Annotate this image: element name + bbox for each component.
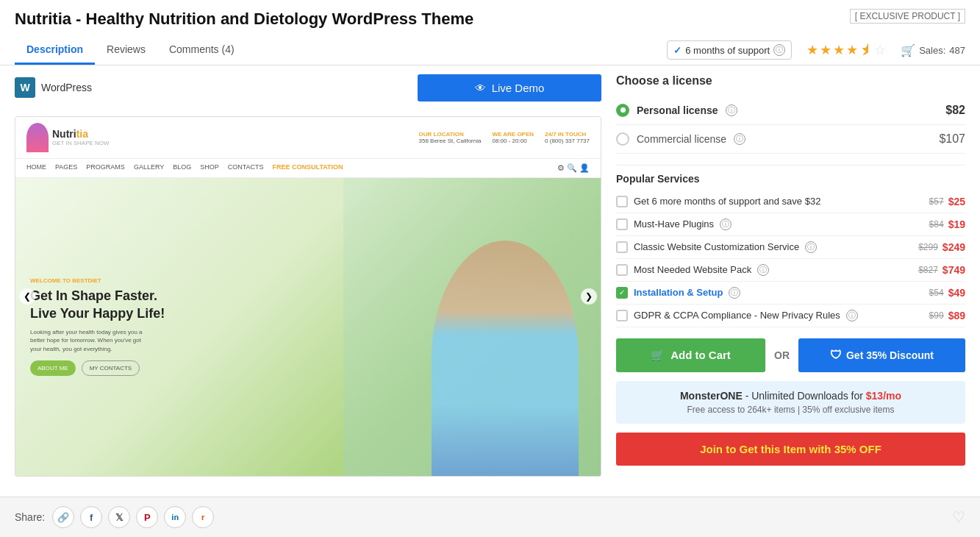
service-plugins-label: Must-Have Plugins	[634, 218, 714, 230]
wp-demo-top: W WordPress 👁 Live Demo	[15, 74, 601, 109]
share-reddit-icon[interactable]: r	[192, 506, 214, 528]
logo-part1: Nutri	[52, 128, 76, 140]
service-gdpr-info[interactable]: ⓘ	[846, 310, 858, 321]
heart-icon[interactable]: ♡	[952, 508, 965, 526]
site-hero-content: WELCOME TO BESTDIET Get In Shape Faster.…	[15, 263, 179, 390]
service-installation-label: Installation & Setup	[634, 287, 723, 298]
share-link-icon[interactable]: 🔗	[52, 506, 74, 528]
sales-cart-icon: 🛒	[901, 43, 915, 57]
monster-one-section: MonsterONE - Unlimited Downloads for $13…	[616, 381, 965, 424]
service-support-checkbox[interactable]	[616, 196, 628, 207]
support-badge: ✓ 6 months of support ⓘ	[667, 40, 792, 60]
service-website-pack-left: Most Needed Website Pack ⓘ	[616, 264, 769, 276]
share-pinterest-icon[interactable]: P	[136, 506, 158, 528]
service-website-pack-label: Most Needed Website Pack	[634, 264, 751, 275]
tabs-left: Description Reviews Comments (4)	[15, 36, 246, 65]
service-gdpr-old-price: $99	[929, 310, 944, 321]
share-section: Share: 🔗 f 𝕏 P in r	[15, 506, 214, 528]
commercial-license-info[interactable]: ⓘ	[734, 133, 745, 145]
live-demo-button[interactable]: 👁 Live Demo	[418, 74, 601, 102]
service-website-pack-checkbox[interactable]	[616, 264, 628, 276]
tab-reviews[interactable]: Reviews	[95, 36, 157, 65]
next-arrow-button[interactable]: ❯	[581, 288, 597, 305]
service-plugins-checkbox[interactable]	[616, 218, 628, 230]
service-support: Get 6 more months of support and save $3…	[616, 191, 965, 213]
or-text: OR	[774, 349, 790, 361]
monster-one-title: MonsterONE - Unlimited Downloads for $13…	[625, 390, 956, 402]
share-label: Share:	[15, 511, 45, 523]
service-customization-prices: $299 $249	[918, 241, 965, 253]
share-facebook-icon[interactable]: f	[80, 506, 102, 528]
discount-label: Get 35% Discount	[846, 349, 934, 361]
tab-comments[interactable]: Comments (4)	[157, 36, 246, 65]
service-customization-checkbox[interactable]	[616, 241, 628, 253]
star-2: ★	[820, 42, 831, 58]
service-plugins-prices: $84 $19	[929, 218, 965, 230]
personal-license-info[interactable]: ⓘ	[726, 104, 737, 116]
monster-one-sub: Free access to 264k+ items | 35% off exc…	[625, 405, 956, 415]
site-logo-area: Nutritia GET IN SHAPE NOW	[26, 123, 110, 152]
sales-value: 487	[949, 45, 965, 56]
nav-home: HOME	[26, 163, 46, 173]
hero-title: Get In Shape Faster. Live Your Happy Lif…	[30, 288, 165, 322]
service-gdpr-prices: $99 $89	[929, 310, 965, 321]
star-rating: ★ ★ ★ ★ ⯨ ☆	[806, 42, 886, 58]
service-installation-info[interactable]: ⓘ	[729, 287, 740, 299]
left-panel: W WordPress 👁 Live Demo	[15, 74, 601, 488]
action-section: 🛒 Add to Cart OR 🛡 Get 35% Discount	[616, 338, 965, 372]
choose-license-title: Choose a license	[616, 74, 965, 88]
demo-btn-label: Live Demo	[492, 82, 545, 94]
personal-license-radio[interactable]	[616, 104, 629, 117]
popular-services-title: Popular Services	[616, 165, 965, 185]
prev-arrow-button[interactable]: ❮	[19, 288, 35, 305]
commercial-license-price: $107	[939, 132, 965, 146]
service-website-pack-old-price: $827	[918, 265, 938, 275]
join-button[interactable]: Join to Get this Item with 35% OFF	[616, 433, 965, 466]
bottom-bar: Share: 🔗 f 𝕏 P in r ♡	[0, 497, 980, 537]
tab-description[interactable]: Description	[15, 36, 95, 65]
service-customization-info[interactable]: ⓘ	[805, 241, 817, 253]
star-1: ★	[806, 42, 818, 58]
service-support-prices: $57 $25	[929, 196, 965, 207]
service-gdpr-checkbox[interactable]	[616, 310, 628, 321]
nav-contacts: CONTACTS	[228, 163, 264, 173]
service-installation: ✓ Installation & Setup ⓘ $54 $49	[616, 282, 965, 305]
main-content: W WordPress 👁 Live Demo	[0, 65, 980, 497]
hero-btn-about[interactable]: ABOUT ME	[30, 360, 76, 376]
service-plugins-left: Must-Have Plugins ⓘ	[616, 218, 732, 230]
open-value: 08:00 - 20:00	[492, 138, 534, 144]
share-linkedin-icon[interactable]: in	[164, 506, 186, 528]
service-customization-label: Classic Website Customization Service	[634, 241, 799, 252]
site-nav: HOME PAGES PROGRAMS GALLERY BLOG SHOP CO…	[15, 159, 601, 178]
service-gdpr-new-price: $89	[948, 310, 965, 321]
open-label: WE ARE OPEN	[492, 131, 534, 138]
site-header-info: OUR LOCATION 358 Beree St, California WE…	[419, 131, 590, 144]
service-installation-prices: $54 $49	[929, 287, 965, 299]
star-3: ★	[833, 42, 845, 58]
service-installation-checkbox[interactable]: ✓	[616, 287, 628, 299]
discount-button[interactable]: 🛡 Get 35% Discount	[798, 338, 965, 372]
hero-btn-contacts[interactable]: MY CONTACTS	[82, 360, 140, 376]
site-preview: Nutritia GET IN SHAPE NOW OUR LOCATION 3…	[15, 117, 601, 476]
service-gdpr: GDPR & CCPA Compliance - New Privacy Rul…	[616, 305, 965, 327]
add-to-cart-button[interactable]: 🛒 Add to Cart	[616, 338, 765, 372]
page-wrapper: Nutritia - Healthy Nutrition and Dietolo…	[0, 0, 980, 537]
license-section: Choose a license Personal license ⓘ $82	[616, 74, 965, 154]
support-check-icon: ✓	[673, 45, 682, 56]
commercial-license-left: Commercial license ⓘ	[616, 132, 745, 146]
contact-label: 24/7 IN TOUCH	[545, 131, 590, 138]
share-twitter-icon[interactable]: 𝕏	[108, 506, 130, 528]
page-title: Nutritia - Healthy Nutrition and Dietolo…	[15, 9, 473, 30]
star-5-half: ⯨	[859, 43, 873, 58]
service-plugins-info[interactable]: ⓘ	[720, 218, 732, 230]
add-to-cart-label: Add to Cart	[670, 349, 731, 361]
location-info: OUR LOCATION 358 Beree St, California	[419, 131, 482, 144]
support-info-icon[interactable]: ⓘ	[773, 44, 785, 56]
nav-shop: SHOP	[200, 163, 219, 173]
commercial-license-radio[interactable]	[616, 132, 629, 146]
service-website-pack-info[interactable]: ⓘ	[757, 264, 769, 276]
preview-frame: Nutritia GET IN SHAPE NOW OUR LOCATION 3…	[15, 116, 601, 477]
service-installation-old-price: $54	[929, 288, 944, 298]
personal-license-price: $82	[945, 104, 965, 117]
site-hero: WELCOME TO BESTDIET Get In Shape Faster.…	[15, 178, 601, 476]
